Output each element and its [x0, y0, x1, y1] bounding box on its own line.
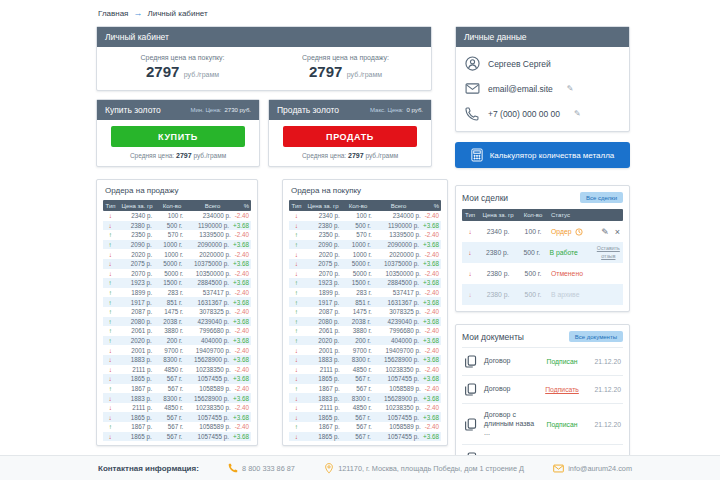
order-percent: +3.68 [231, 260, 251, 267]
deal-row: ↓2380 р.500 г.В работеОставить отзыв [462, 242, 623, 263]
location-pin-icon [324, 463, 334, 474]
user-email: email@email.site [488, 84, 553, 94]
deal-price: 2380 р. [478, 270, 518, 277]
avg-buy-price-unit: руб./грамм [184, 71, 219, 78]
buy-button[interactable]: КУПИТЬ [111, 126, 245, 147]
sell-button[interactable]: ПРОДАТЬ [283, 126, 417, 147]
order-price: 2380 р. [304, 222, 341, 229]
order-total: 404000 р. [373, 337, 421, 344]
order-price: 2075 р. [304, 260, 341, 267]
leave-feedback-link[interactable]: Оставить отзыв [594, 245, 623, 259]
sell-gold-header: Продать золото Макс. Цена:0 руб. [269, 100, 431, 120]
order-qty: 500 г. [154, 222, 185, 229]
all-documents-button[interactable]: Все документы [569, 331, 623, 342]
edit-email-icon[interactable]: ✎ [567, 84, 574, 93]
deals-col-header: Статус [548, 212, 596, 218]
all-deals-button[interactable]: Все сделки [580, 192, 623, 203]
order-percent: -2.40 [233, 404, 251, 411]
metal-calculator-button[interactable]: Калькулятор количества металла [455, 142, 630, 168]
order-qty: 1500 г. [154, 279, 185, 286]
order-percent: +3.68 [421, 395, 441, 402]
order-qty: 1500 г. [341, 279, 373, 286]
delete-deal-icon[interactable]: × [615, 227, 620, 237]
orders-col-header: Всего [188, 203, 237, 209]
personal-cabinet-header: Личный кабинет [97, 27, 431, 47]
order-total: 404000 р. [184, 337, 231, 344]
trend-down-icon: ↓ [103, 375, 117, 382]
order-price: 2061 р. [304, 327, 342, 334]
order-price: 1867 р. [304, 423, 342, 430]
order-qty: 100 г. [154, 212, 185, 219]
trend-down-icon: ↓ [462, 228, 478, 235]
trend-down-icon: ↓ [289, 366, 304, 373]
order-percent: +3.68 [231, 337, 251, 344]
trend-down-icon: ↓ [103, 404, 118, 411]
order-price: 2087 р. [118, 308, 155, 315]
deals-col-header: Тип [462, 212, 478, 218]
order-total: 2020000 р. [374, 251, 423, 258]
order-price: 2020 р. [118, 251, 155, 258]
order-row: ↓2070 р.5000 г.10350000 р.-2.40 [103, 269, 251, 279]
footer-address: 121170, г. Москва, площадь Победы, дом 1… [324, 463, 524, 474]
order-row: ↓2111 р.4850 г.10238350 р.-2.40 [289, 365, 441, 375]
order-price: 2380 р. [117, 222, 153, 229]
order-price: 1883 р. [304, 395, 341, 402]
order-total: 2090000 р. [373, 241, 421, 248]
order-percent: -2.40 [423, 404, 441, 411]
document-status[interactable]: Подписать [542, 386, 582, 393]
order-percent: +3.68 [421, 318, 441, 325]
deals-table-header: ТипЦена за. грКол-воСтатус [462, 209, 623, 221]
order-row: ↑2090 р.1000 г.2090000 р.+3.68 [103, 240, 251, 250]
order-percent: +3.68 [231, 318, 251, 325]
user-name-row: Сергеев Сергей [456, 51, 629, 76]
breadcrumb-home-link[interactable]: Главная [98, 9, 128, 18]
order-percent: -2.40 [233, 231, 251, 238]
order-qty: 5000 г. [154, 270, 185, 277]
document-name: Договор [484, 357, 536, 366]
order-qty: 200 г. [341, 337, 373, 344]
document-row: ДоговорПодписан21.12.20 [462, 348, 623, 375]
trend-down-icon: ↓ [289, 347, 304, 354]
edit-phone-icon[interactable]: ✎ [574, 109, 581, 118]
trend-down-icon: ↓ [103, 270, 118, 277]
order-qty: 9700 г. [154, 347, 185, 354]
order-row: ↑1867 р.567 г.1058589 р.-2.40 [289, 384, 441, 394]
order-price: 2111 р. [304, 366, 342, 373]
trend-down-icon: ↓ [103, 212, 118, 219]
orders-col-header: Цена за. гр [304, 203, 342, 209]
order-price: 2001 р. [118, 347, 155, 354]
order-row: ↑1899 р.283 г.537417 р.-2.40 [103, 288, 251, 298]
trend-down-icon: ↓ [103, 356, 117, 363]
user-name: Сергеев Сергей [488, 59, 551, 69]
document-status: Подписан [542, 358, 582, 365]
order-price: 1899 р. [118, 289, 155, 296]
footer-email[interactable]: info@aurum24.com [553, 464, 632, 473]
order-row: ↑2350 р.570 г.1339500 р.-2.40 [103, 230, 251, 240]
user-phone: +7 (000) 000 00 00 [488, 109, 560, 119]
footer-phone[interactable]: 8 800 333 86 87 [228, 463, 295, 473]
order-percent: -2.40 [423, 231, 441, 238]
order-total: 2884500 р. [184, 279, 231, 286]
order-total: 1057455 р. [373, 414, 421, 421]
document-row: ДоговорПодписать21.12.20 [462, 375, 623, 403]
buy-gold-header: Купить золото Мин. Цена:2730 руб. [97, 100, 259, 120]
trend-down-icon: ↓ [103, 433, 117, 440]
order-row: ↓1883 р.8300 г.15628900 р.+3.68 [289, 393, 441, 403]
trend-up-icon: ↑ [289, 337, 304, 344]
order-row: ↑1923 р.1500 г.2884500 р.+3.68 [289, 278, 441, 288]
order-row: ↓1883 р.8300 г.15628900 р.+3.68 [289, 355, 441, 365]
order-total: 10375000 р. [373, 260, 421, 267]
deal-qty: 500 г. [518, 270, 548, 277]
order-total: 234000 р. [374, 212, 423, 219]
my-documents-title: Мои документы [462, 332, 524, 342]
edit-deal-icon[interactable]: ✎ [601, 227, 609, 237]
order-price: 2090 р. [117, 241, 153, 248]
order-percent: -2.40 [233, 251, 251, 258]
deal-row: ↓2340 р.100 г.Ордер✎× [462, 221, 623, 242]
order-price: 1865 р. [117, 414, 153, 421]
deal-price: 2380 р. [478, 249, 517, 256]
deal-qty: 500 г. [518, 291, 548, 298]
order-total: 1057455 р. [184, 414, 231, 421]
order-total: 537417 р. [185, 289, 232, 296]
trend-up-icon: ↑ [289, 423, 304, 430]
